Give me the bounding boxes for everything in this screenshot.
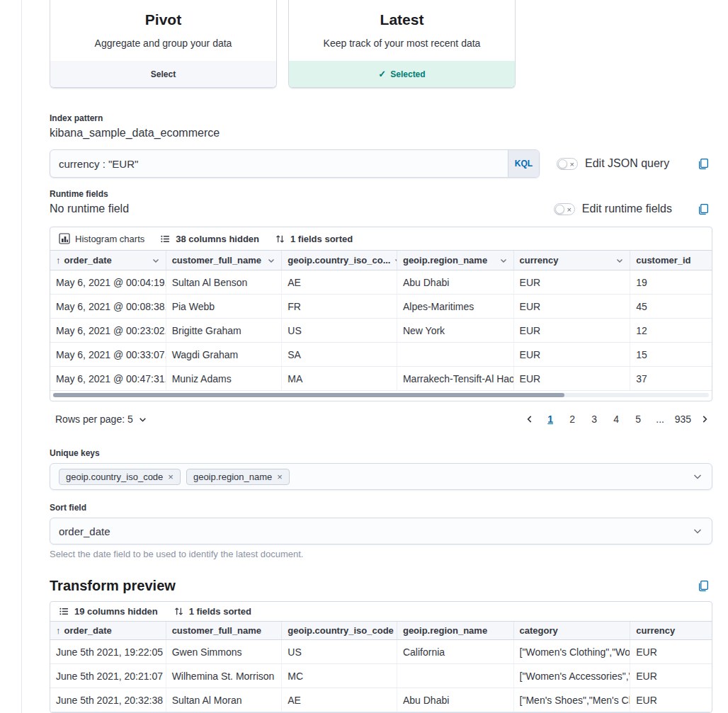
cell[interactable]: FR	[282, 295, 397, 318]
query-input[interactable]: currency : "EUR"	[50, 158, 508, 170]
scrollbar-track[interactable]	[53, 393, 709, 397]
rows-per-page-button[interactable]: Rows per page: 5	[50, 413, 147, 425]
cell[interactable]: May 6, 2021 @ 00:08:38...	[50, 295, 166, 318]
cell[interactable]: EUR	[514, 295, 631, 318]
chevron-down-icon[interactable]	[615, 256, 624, 265]
remove-pill-icon[interactable]: ×	[277, 472, 283, 481]
query-bar[interactable]: currency : "EUR" KQL	[50, 149, 540, 178]
copy-preview-button[interactable]	[698, 580, 710, 592]
cell[interactable]: US	[282, 319, 397, 342]
latest-selected-button[interactable]: ✓ Selected	[289, 61, 515, 87]
chevron-down-icon[interactable]	[692, 525, 703, 537]
cell[interactable]: EUR	[514, 367, 631, 390]
cell[interactable]: MC	[282, 664, 397, 688]
cell[interactable]: EUR	[514, 343, 631, 366]
cell[interactable]: Sultan Al Moran	[166, 688, 283, 712]
column-header-customer-full-name[interactable]: customer_full_name	[166, 251, 283, 270]
cell[interactable]: AE	[282, 688, 397, 712]
cell[interactable]: ["Men's Shoes","Men's Cl...	[514, 688, 631, 712]
cell[interactable]: Gwen Simmons	[166, 640, 283, 663]
cell[interactable]: 19	[630, 270, 712, 294]
next-page-button[interactable]	[697, 414, 712, 424]
column-header-geoip-region[interactable]: geoip.region_name	[397, 251, 514, 270]
column-header-order-date[interactable]: ↑ order_date	[50, 622, 166, 639]
chevron-down-icon[interactable]	[152, 256, 160, 265]
cell[interactable]: ["Women's Accessories","...	[514, 664, 631, 688]
page-button[interactable]: 5	[630, 411, 647, 427]
cell[interactable]: 12	[630, 319, 712, 342]
cell[interactable]: Wilhemina St. Morrison	[166, 664, 283, 688]
cell[interactable]: Muniz Adams	[166, 367, 283, 390]
cell[interactable]: EUR	[630, 688, 712, 712]
column-header-order-date[interactable]: ↑ order_date	[50, 251, 166, 270]
cell[interactable]: New York	[397, 319, 514, 342]
cell[interactable]: EUR	[630, 640, 712, 663]
cell[interactable]: AE	[282, 270, 397, 294]
edit-json-query-switch[interactable]: ×	[557, 158, 578, 170]
column-header-customer-id[interactable]: customer_id	[630, 251, 712, 270]
cell[interactable]: June 5th 2021, 19:22:05	[50, 640, 166, 663]
cell[interactable]: 15	[630, 343, 712, 366]
column-header-geoip-country[interactable]: geoip.country_iso_co...	[282, 251, 397, 270]
pivot-card[interactable]: Pivot Aggregate and group your data Sele…	[50, 0, 277, 88]
chevron-down-icon[interactable]	[267, 256, 275, 265]
cell[interactable]: June 5th 2021, 20:21:07	[50, 664, 166, 688]
remove-pill-icon[interactable]: ×	[168, 472, 174, 481]
cell[interactable]: EUR	[630, 664, 712, 688]
page-button[interactable]: 2	[564, 411, 581, 427]
cell[interactable]: ["Women's Clothing","Wo...	[514, 640, 631, 663]
cell[interactable]: 37	[630, 367, 712, 390]
cell[interactable]: SA	[282, 343, 397, 366]
cell[interactable]: Pia Webb	[166, 295, 283, 318]
pivot-select-button[interactable]: Select	[50, 61, 276, 87]
cell[interactable]: California	[397, 640, 514, 663]
kql-language-badge[interactable]: KQL	[508, 150, 539, 177]
page-button[interactable]: 3	[586, 411, 603, 427]
horizontal-scrollbar[interactable]	[50, 391, 712, 401]
chevron-down-icon[interactable]	[692, 471, 703, 482]
columns-hidden-button[interactable]: 38 columns hidden	[160, 234, 259, 244]
cell[interactable]: EUR	[514, 270, 631, 294]
latest-card[interactable]: Latest Keep track of your most recent da…	[288, 0, 516, 88]
page-button[interactable]: 935	[673, 411, 693, 427]
cell[interactable]: May 6, 2021 @ 00:04:19...	[50, 270, 166, 294]
cell[interactable]: May 6, 2021 @ 00:23:02...	[50, 319, 166, 342]
page-button[interactable]: 1	[542, 411, 559, 427]
cell[interactable]: June 5th 2021, 20:32:38	[50, 688, 166, 712]
sort-field-select[interactable]: order_date	[50, 518, 712, 544]
cell[interactable]: May 6, 2021 @ 00:47:31...	[50, 367, 166, 390]
cell[interactable]: Brigitte Graham	[166, 319, 283, 342]
column-header-geoip-region[interactable]: geoip.region_name	[397, 622, 514, 639]
page-button[interactable]: 4	[608, 411, 625, 427]
column-header-category[interactable]: category	[514, 622, 631, 639]
cell[interactable]: 45	[630, 295, 712, 318]
column-header-customer-full-name[interactable]: customer_full_name	[166, 622, 283, 639]
unique-key-pill[interactable]: geoip.region_name ×	[186, 469, 290, 485]
cell[interactable]: Wagdi Graham	[166, 343, 283, 366]
cell[interactable]: MA	[282, 367, 397, 390]
unique-keys-combobox[interactable]: geoip.country_iso_code × geoip.region_na…	[50, 463, 712, 490]
cell[interactable]	[397, 664, 514, 688]
cell[interactable]: US	[282, 640, 397, 663]
column-header-currency[interactable]: currency	[630, 622, 712, 639]
columns-hidden-button[interactable]: 19 columns hidden	[59, 606, 158, 617]
copy-runtime-fields-button[interactable]	[698, 203, 710, 215]
scrollbar-thumb[interactable]	[53, 393, 564, 397]
fields-sorted-button[interactable]: 1 fields sorted	[174, 606, 251, 617]
copy-query-button[interactable]	[698, 158, 710, 170]
cell[interactable]: EUR	[514, 319, 631, 342]
fields-sorted-button[interactable]: 1 fields sorted	[275, 234, 353, 244]
column-header-geoip-country[interactable]: geoip.country_iso_code	[282, 622, 397, 639]
cell[interactable]: Sultan Al Benson	[166, 270, 283, 294]
cell[interactable]: Abu Dhabi	[397, 270, 514, 294]
previous-page-button[interactable]	[522, 414, 538, 424]
cell[interactable]: May 6, 2021 @ 00:33:07...	[50, 343, 166, 366]
column-header-currency[interactable]: currency	[514, 251, 631, 270]
cell[interactable]: Marrakech-Tensift-Al Hao...	[397, 367, 514, 390]
histogram-charts-button[interactable]: Histogram charts	[59, 233, 144, 244]
unique-key-pill[interactable]: geoip.country_iso_code ×	[59, 469, 181, 485]
chevron-down-icon[interactable]	[499, 256, 508, 265]
cell[interactable]: Abu Dhabi	[397, 688, 514, 712]
cell[interactable]	[397, 343, 514, 366]
cell[interactable]: Alpes-Maritimes	[397, 295, 514, 318]
